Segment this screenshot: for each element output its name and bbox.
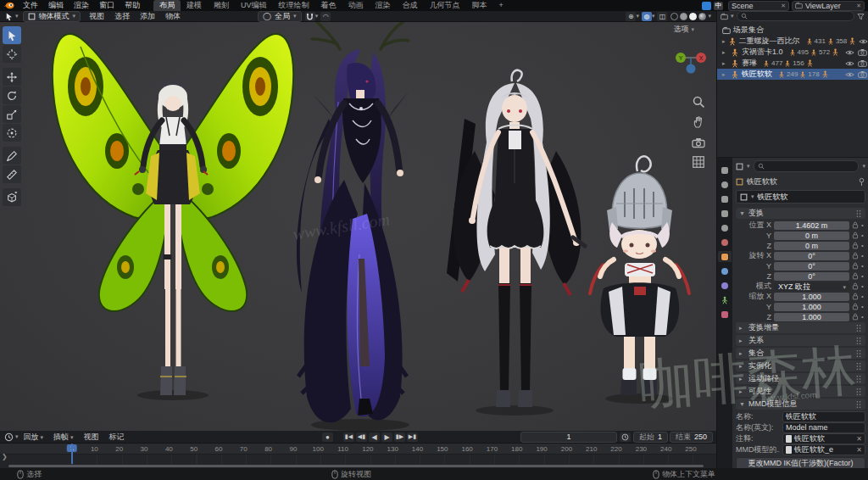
drag-dots-icon[interactable]: [855, 209, 862, 218]
annotate-tool[interactable]: [3, 147, 21, 165]
object-name-field[interactable]: ▾ 铁匠软软: [736, 190, 865, 204]
xray-toggle[interactable]: ◫: [657, 12, 667, 21]
workspace-tab-1[interactable]: 建模: [181, 0, 208, 11]
lock-icon[interactable]: [852, 282, 859, 290]
viewlayer-remove-icon[interactable]: ✕: [856, 3, 861, 9]
animate-dot[interactable]: •: [861, 232, 865, 239]
animate-dot[interactable]: •: [861, 293, 865, 300]
outliner-search-input[interactable]: [737, 11, 854, 21]
hide-viewport-eye-icon[interactable]: [845, 71, 854, 78]
transform-value-field[interactable]: 1.000: [774, 303, 849, 311]
cursor-tool[interactable]: [3, 45, 21, 63]
properties-tab-object[interactable]: [718, 251, 732, 262]
animate-dot[interactable]: •: [861, 272, 865, 280]
mmd-field-input[interactable]: 铁匠软软: [782, 411, 865, 422]
viewport-3d[interactable]: 选项 ▾ Y X www.kfsll.com: [0, 22, 716, 431]
timeline-menu-3[interactable]: 标记: [103, 432, 129, 443]
properties-tab-scene[interactable]: [718, 222, 732, 233]
gizmo-toggle[interactable]: ⊕: [626, 12, 636, 21]
workspace-tab-10[interactable]: 脚本: [466, 0, 493, 11]
viewport-menu-3[interactable]: 物体: [160, 11, 186, 22]
collapsed-section-4[interactable]: ▸运动路径: [736, 373, 865, 384]
animate-dot[interactable]: •: [861, 313, 865, 321]
topbar-menu-3[interactable]: 窗口: [94, 0, 120, 11]
drag-dots-icon[interactable]: [855, 400, 862, 409]
outliner-row-scene-collection[interactable]: 场景集合: [717, 25, 868, 36]
frame-start-field[interactable]: 起始 1: [633, 432, 668, 443]
transform-value-field[interactable]: XYZ 欧拉▾: [774, 282, 849, 291]
rotate-tool[interactable]: [3, 87, 21, 104]
expand-arrow-icon[interactable]: ▸: [722, 49, 728, 56]
properties-tab-object-data[interactable]: [718, 294, 732, 305]
hide-viewport-eye-icon[interactable]: [845, 49, 854, 56]
lock-icon[interactable]: [852, 293, 859, 300]
navigation-gizmo[interactable]: Y X: [674, 42, 708, 76]
snap-toggle[interactable]: [305, 12, 315, 21]
outliner-filter-icon[interactable]: [857, 13, 865, 20]
mmd-ik-factor-button[interactable]: 更改MMD IK值(干涉数)(Factor): [736, 457, 865, 468]
workspace-tab-3[interactable]: UV编辑: [235, 0, 273, 11]
play-button[interactable]: ▶: [381, 433, 392, 442]
prev-keyframe-button[interactable]: ◀▮: [356, 433, 367, 442]
proportional-edit-toggle[interactable]: ◠: [320, 12, 331, 21]
mode-selector[interactable]: 物体模式 ▾: [23, 11, 81, 22]
blender-logo-icon[interactable]: [3, 1, 15, 10]
topbar-menu-1[interactable]: 编辑: [43, 0, 69, 11]
ortho-toggle-icon[interactable]: [692, 155, 705, 169]
collapsed-section-5[interactable]: ▸可见性: [736, 386, 865, 397]
collapsed-section-2[interactable]: ▸集合: [736, 348, 865, 359]
outliner-row-2[interactable]: ▸赛琳477156: [717, 58, 868, 69]
timeline-ruler[interactable]: 1102030405060708090100110120130140150160…: [0, 444, 716, 455]
animate-dot[interactable]: •: [861, 262, 865, 270]
properties-tab-output[interactable]: [718, 193, 732, 204]
ime-chinese-badge[interactable]: 中: [714, 2, 723, 10]
outliner-row-0[interactable]: ▸二重螺旋—西比尔431358: [717, 36, 868, 47]
character-fairy[interactable]: [53, 34, 293, 395]
character-chibi-knight[interactable]: [590, 156, 689, 395]
orientation-selector[interactable]: ◯ 全局 ▾: [258, 11, 302, 22]
shading-rendered-button[interactable]: [698, 13, 706, 20]
character-girl[interactable]: [453, 70, 585, 407]
add-cube-tool[interactable]: [3, 188, 21, 206]
shading-wireframe-button[interactable]: [670, 13, 678, 20]
clear-x-icon[interactable]: ✕: [856, 446, 862, 454]
topbar-menu-2[interactable]: 渲染: [69, 0, 94, 11]
scene-unlink-icon[interactable]: ✕: [781, 3, 786, 9]
ime-icon[interactable]: [702, 2, 711, 10]
transform-section-header[interactable]: ▼ 变换: [736, 208, 865, 219]
editor-type-icon[interactable]: [4, 12, 14, 21]
select-box-tool[interactable]: [3, 26, 21, 44]
outliner-row-1[interactable]: ▸灾祸蕾卡1.0495572: [717, 47, 868, 58]
disable-render-camera-icon[interactable]: [858, 59, 867, 67]
shading-caret[interactable]: ▾: [708, 13, 711, 20]
workspace-tab-5[interactable]: 着色: [315, 0, 342, 11]
hide-viewport-eye-icon[interactable]: [859, 38, 868, 45]
expand-arrow-icon[interactable]: ▸: [722, 60, 728, 67]
workspace-tab-9[interactable]: 几何节点: [424, 0, 466, 11]
properties-editor-caret[interactable]: ▾: [747, 163, 750, 170]
drag-dots-icon[interactable]: [855, 324, 862, 332]
drag-dots-icon[interactable]: [855, 362, 862, 371]
collapsed-section-1[interactable]: ▸关系: [736, 335, 865, 346]
lock-icon[interactable]: [852, 221, 859, 229]
animate-dot[interactable]: •: [861, 242, 865, 249]
topbar-menu-4[interactable]: 帮助: [120, 0, 145, 11]
playhead[interactable]: [71, 444, 73, 464]
disable-render-camera-icon[interactable]: [858, 48, 867, 56]
expand-arrow-icon[interactable]: ▸: [722, 71, 728, 78]
transform-value-field[interactable]: 1.000: [774, 293, 849, 301]
timeline-menu-1[interactable]: 插帧 ▾: [48, 432, 78, 443]
frame-end-field[interactable]: 结束 250: [670, 432, 713, 443]
snap-caret[interactable]: ▾: [315, 13, 319, 20]
scene-selector[interactable]: Scene ✕: [728, 1, 789, 11]
timeline-scrollbar[interactable]: [8, 465, 704, 467]
next-keyframe-button[interactable]: ▮▶: [394, 433, 405, 442]
animate-dot[interactable]: •: [861, 252, 865, 260]
properties-tab-world[interactable]: [718, 237, 732, 248]
properties-tab-tool[interactable]: [718, 165, 732, 176]
workspace-tab-6[interactable]: 动画: [342, 0, 370, 11]
workspace-tab-8[interactable]: 合成: [397, 0, 424, 11]
expand-arrow-icon[interactable]: ▸: [722, 38, 726, 45]
timeline-menu-0[interactable]: 回放 ▾: [19, 432, 48, 443]
animate-dot[interactable]: •: [861, 221, 865, 229]
